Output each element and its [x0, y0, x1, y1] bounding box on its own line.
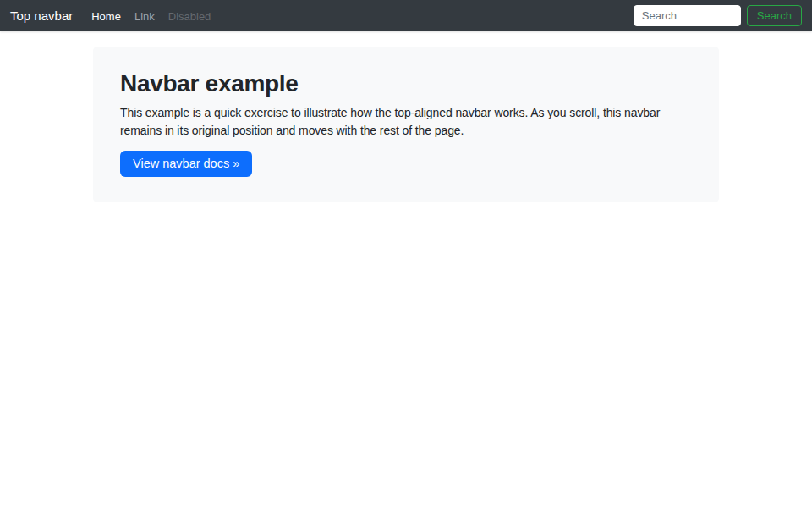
nav-link-home[interactable]: Home: [85, 10, 128, 23]
view-navbar-docs-button[interactable]: View navbar docs »: [120, 151, 252, 177]
hero-description: This example is a quick exercise to illu…: [120, 104, 692, 139]
search-button[interactable]: Search: [747, 5, 802, 26]
nav-link-disabled: Disabled: [162, 10, 218, 23]
navbar-brand[interactable]: Top navbar: [10, 8, 73, 23]
navbar-search-form: Search: [634, 5, 802, 26]
hero-panel: Navbar example This example is a quick e…: [93, 47, 719, 202]
main-container: Navbar example This example is a quick e…: [93, 47, 719, 202]
top-navbar: Top navbar Home Link Disabled Search: [0, 0, 812, 31]
nav-link-link[interactable]: Link: [128, 10, 162, 23]
search-input[interactable]: [634, 5, 741, 26]
page-title: Navbar example: [120, 70, 692, 97]
navbar-links: Home Link Disabled: [85, 8, 217, 24]
